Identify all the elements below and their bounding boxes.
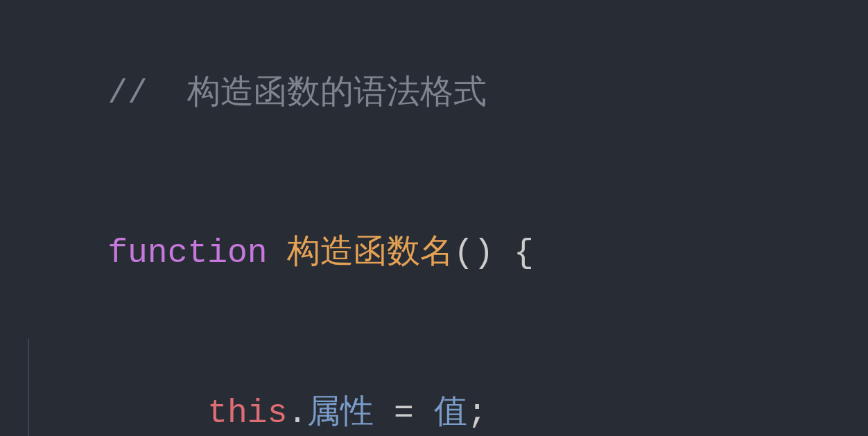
- space: [414, 394, 434, 432]
- keyword-function: function: [107, 234, 267, 272]
- semicolon: ;: [467, 394, 487, 432]
- space: [268, 234, 288, 272]
- dot: .: [287, 394, 307, 432]
- equals-operator: =: [394, 394, 414, 432]
- function-name: 构造函数名: [287, 234, 453, 272]
- indent: [107, 394, 207, 432]
- comment-text: // 构造函数的语法格式: [107, 75, 487, 112]
- code-line-2: function 构造函数名() {: [28, 173, 840, 333]
- code-editor[interactable]: // 构造函数的语法格式 function 构造函数名() { this.属性 …: [28, 14, 840, 436]
- code-line-3: this.属性 = 值;: [28, 333, 840, 436]
- keyword-this: this: [207, 394, 287, 432]
- value: 值: [434, 394, 467, 432]
- property-name: 属性: [307, 394, 374, 432]
- space: [494, 234, 514, 272]
- indent-guide: [28, 339, 29, 436]
- code-line-1: // 构造函数的语法格式: [28, 14, 840, 173]
- brace-open: {: [514, 234, 534, 272]
- parentheses: (): [453, 234, 494, 272]
- space: [374, 394, 394, 432]
